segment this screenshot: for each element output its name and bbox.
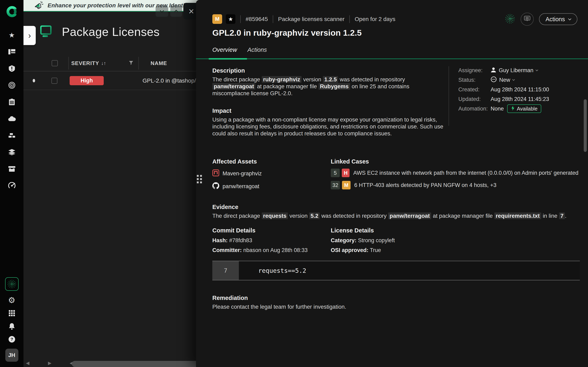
severity-medium-badge: M — [342, 181, 351, 189]
automation-dotted-spiral-icon[interactable] — [505, 13, 515, 25]
status-value: New — [499, 77, 510, 83]
code-line-content: requests==5.2 — [239, 261, 306, 280]
blocks-icon[interactable] — [8, 132, 16, 139]
divider — [273, 15, 273, 23]
assignee-dropdown[interactable]: Guy Liberman — [491, 67, 538, 74]
severity-badge: High — [70, 76, 104, 85]
issue-detail-panel: M ★ #859645 Package licenses scanner Ope… — [196, 0, 588, 367]
sort-icon[interactable]: ↓↑ — [101, 60, 106, 66]
chevron-down-icon — [536, 68, 538, 71]
license-category: Category: Strong copyleft — [331, 237, 580, 244]
column-divider — [68, 57, 69, 69]
automation-value: None — [491, 106, 504, 112]
collapse-sidebar-button[interactable]: › — [24, 26, 36, 45]
sidebar-nav-bottom: ⚙ ? JH — [5, 277, 18, 362]
status-row: Status: New — [458, 77, 549, 83]
name-column-header[interactable]: NAME — [151, 60, 167, 67]
linked-case-row[interactable]: 5 H AWS EC2 instance with network path f… — [331, 169, 580, 177]
list-title-row: Package Licenses — [40, 25, 160, 39]
actions-button-label: Actions — [545, 16, 565, 23]
open-duration: Open for 2 days — [355, 16, 395, 22]
star-favorites-icon[interactable]: ★ — [8, 31, 16, 39]
vertical-scrollbar[interactable] — [584, 99, 587, 152]
linked-case-row[interactable]: 32 M 6 HTTP-403 alerts detected by PAN N… — [331, 181, 580, 189]
row-checkbox[interactable] — [52, 78, 57, 84]
page-next-icon[interactable]: ▶ — [48, 360, 52, 366]
cloud-icon[interactable] — [8, 115, 16, 122]
page-prev-icon[interactable]: ◀ — [26, 360, 29, 366]
severity-column-header[interactable]: SEVERITY — [71, 60, 99, 67]
inventory-box-icon[interactable] — [8, 165, 16, 173]
affected-assets-heading: Affected Assets — [212, 158, 331, 165]
actions-button[interactable]: Actions — [539, 13, 577, 25]
gauge-icon[interactable] — [8, 182, 16, 189]
remediation-text: Please contact the legal team for furthe… — [212, 303, 580, 310]
automation-row: Automation: None Available — [458, 106, 549, 112]
evidence-text: The direct package requests version 5.2 … — [212, 212, 580, 219]
overview-content: Description The direct package ruby-grap… — [196, 59, 588, 367]
dashboard-panels-icon[interactable] — [8, 48, 16, 55]
cortex-logo-icon[interactable] — [6, 6, 18, 17]
github-icon — [212, 182, 219, 191]
report-clipboard-icon[interactable] — [8, 98, 16, 106]
unread-dot — [33, 79, 35, 82]
detail-breadcrumb: M ★ #859645 Package licenses scanner Ope… — [212, 14, 396, 24]
created-value: Aug 28th 2024 11:15:00 — [491, 86, 549, 93]
case-count-badge: 5 — [331, 169, 340, 177]
page-title: Package Licenses — [62, 25, 160, 39]
divider — [349, 15, 350, 23]
tab-overview[interactable]: Overview — [212, 47, 237, 53]
chevron-down-icon — [160, 8, 164, 13]
comments-button[interactable] — [521, 13, 534, 26]
banner-collapse-button[interactable] — [156, 6, 168, 17]
shield-alert-icon[interactable] — [8, 65, 16, 72]
user-avatar[interactable]: JH — [5, 349, 18, 362]
star-bookmark-button[interactable]: ★ — [226, 14, 235, 24]
package-icon — [212, 169, 219, 178]
asset-item[interactable]: Maven-graphviz — [212, 169, 331, 178]
license-details-heading: License Details — [331, 227, 580, 234]
settings-gear-icon[interactable]: ⚙ — [8, 296, 16, 304]
layers-icon[interactable] — [8, 149, 16, 156]
case-count-badge: 32 — [331, 181, 340, 189]
copilot-active-item[interactable] — [5, 277, 18, 291]
asset-name: panw/terragoat — [223, 183, 259, 190]
issue-meta: Assignee: Guy Liberman Status: — [458, 67, 549, 112]
available-label: Available — [517, 106, 537, 112]
tab-actions[interactable]: Actions — [247, 47, 267, 53]
severity-medium-badge: M — [212, 14, 222, 24]
detail-tabs: Overview Actions — [196, 45, 588, 59]
monitor-icon — [40, 25, 53, 39]
chevron-up-icon — [174, 10, 178, 14]
list-footer: ◀ ▶ ◀ — [24, 359, 196, 367]
help-icon[interactable]: ? — [8, 336, 16, 343]
funnel-icon[interactable] — [129, 60, 134, 66]
description-text: The direct package ruby-graphviz version… — [212, 76, 444, 97]
target-bullseye-icon[interactable] — [8, 82, 16, 89]
severity-high-badge: H — [342, 169, 350, 177]
scanner-name: Package licenses scanner — [278, 16, 345, 22]
asset-item[interactable]: panw/terragoat — [212, 182, 331, 191]
notifications-bell-icon[interactable] — [8, 323, 16, 330]
status-dropdown[interactable]: New — [491, 76, 515, 84]
select-all-checkbox[interactable] — [52, 60, 58, 66]
table-row[interactable]: High GPL-2.0 in @tashop/ — [24, 72, 196, 90]
chevron-down-icon — [568, 17, 571, 20]
case-title: 6 HTTP-403 alerts detected by PAN NGFW o… — [354, 182, 497, 188]
license-osi: OSI approved: True — [331, 247, 580, 253]
case-title: AWS EC2 instance with network path from … — [353, 170, 580, 176]
automation-available-badge[interactable]: Available — [507, 104, 541, 113]
assets-cases-section: Affected Assets Maven-graphviz — [212, 158, 580, 191]
panel-resize-grip[interactable] — [197, 175, 202, 183]
evidence-code-block: 7 requests==5.2 — [212, 261, 580, 280]
issue-name-cell[interactable]: GPL-2.0 in @tashop/ — [143, 77, 196, 84]
updated-value: Aug 28th 2024 11:45:23 — [491, 96, 549, 102]
commit-details-heading: Commit Details — [212, 227, 331, 234]
sidebar-nav-top: ★ — [8, 31, 16, 189]
column-divider — [138, 57, 139, 69]
horizontal-scrollbar[interactable] — [72, 361, 196, 367]
apps-grid-icon[interactable] — [8, 309, 16, 317]
created-row: Created: Aug 28th 2024 11:15:00 — [458, 86, 549, 92]
commit-committer: Committer: nbason on Aug 28th 08:33 — [212, 247, 331, 253]
banner-expand-button[interactable] — [170, 6, 182, 17]
